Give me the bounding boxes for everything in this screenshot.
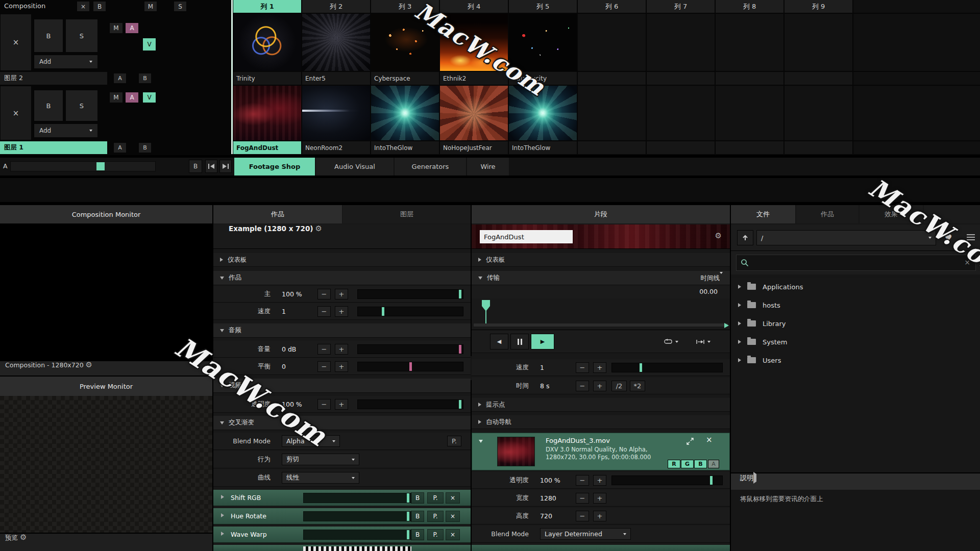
clip-thumbnail[interactable] xyxy=(371,86,439,140)
layer1-solo-button[interactable]: S xyxy=(65,90,98,121)
decrement-button[interactable]: − xyxy=(576,511,589,521)
layer2-add-dropdown[interactable]: Add xyxy=(34,55,98,69)
tab-effects[interactable]: 效果 xyxy=(860,205,923,223)
param-value[interactable]: 0 dB xyxy=(282,341,296,357)
tree-item-hosts[interactable]: hosts xyxy=(731,296,980,314)
clip-name-selected[interactable]: FogAndDust xyxy=(233,141,301,154)
decrement-button[interactable]: − xyxy=(317,361,331,372)
expand-button[interactable] xyxy=(687,438,694,446)
increment-button[interactable]: + xyxy=(593,362,606,373)
play-backwards-button[interactable]: ◀ xyxy=(490,334,508,349)
tab-footage-shop[interactable]: Footage Shop xyxy=(234,158,315,176)
tab-partial[interactable] xyxy=(924,205,980,223)
composition-master-button[interactable]: M xyxy=(144,1,157,12)
clip-name[interactable]: Enter5 xyxy=(302,72,370,85)
timeline-track[interactable] xyxy=(474,323,728,327)
playhead-handle[interactable] xyxy=(482,300,490,311)
tab-wire[interactable]: Wire xyxy=(467,158,509,176)
play-button[interactable]: ▶ xyxy=(531,334,554,349)
folder-up-button[interactable] xyxy=(737,230,753,245)
clip-name[interactable]: IntoTheGlow xyxy=(371,141,439,154)
param-slider[interactable] xyxy=(357,362,463,371)
layer2-audio-button[interactable]: A xyxy=(125,22,139,34)
param-slider[interactable] xyxy=(611,363,723,372)
skip-to-start-button[interactable] xyxy=(205,160,217,173)
tree-item-library[interactable]: Library xyxy=(731,314,980,333)
tree-item-users[interactable]: Users xyxy=(731,351,980,369)
layer1-crossfade-b-button[interactable]: B xyxy=(138,142,152,153)
empty-clip-slot[interactable] xyxy=(785,14,852,71)
channel-a-button[interactable]: A xyxy=(708,460,719,468)
channel-r-button[interactable]: R xyxy=(668,460,680,468)
column-header-8[interactable]: 列 8 xyxy=(716,0,783,13)
clip-dashboard-section[interactable]: 仪表板 xyxy=(472,253,730,267)
duration-half-button[interactable]: /2 xyxy=(611,381,627,391)
increment-button[interactable]: + xyxy=(335,289,348,299)
tab-clip[interactable]: 片段 xyxy=(472,205,730,223)
layer1-video-button[interactable]: V xyxy=(142,92,156,103)
layer2-crossfade-b-button[interactable]: B xyxy=(138,73,152,84)
layer2-close-button[interactable]: × xyxy=(0,14,32,71)
param-value[interactable]: 0 xyxy=(282,358,286,374)
path-dropdown[interactable]: / xyxy=(756,230,936,245)
increment-button[interactable]: + xyxy=(593,511,606,521)
empty-clip-name[interactable] xyxy=(578,141,646,154)
empty-clip-slot[interactable] xyxy=(647,86,715,140)
column-header-9[interactable]: 列 9 xyxy=(785,0,852,13)
tab-composition[interactable]: 作品 xyxy=(213,205,342,223)
decrement-button[interactable]: − xyxy=(576,362,589,373)
decrement-button[interactable]: − xyxy=(317,399,331,410)
effect-param-button[interactable]: P. xyxy=(427,529,444,540)
effect-bypass-button[interactable]: B xyxy=(411,492,424,504)
clip-position-value[interactable]: 00.00 xyxy=(699,288,718,295)
gear-icon[interactable]: ⚙ xyxy=(86,360,92,369)
empty-clip-slot[interactable] xyxy=(647,14,715,71)
curve-dropdown[interactable]: 线性 xyxy=(282,472,359,484)
column-header-2[interactable]: 列 2 xyxy=(302,0,370,13)
layer2-mask-button[interactable]: M xyxy=(109,22,123,34)
clip-thumbnail[interactable] xyxy=(509,86,577,140)
increment-button[interactable]: + xyxy=(335,399,348,410)
search-clear-button[interactable]: × xyxy=(964,258,970,266)
effect-row-shift-rgb[interactable]: Shift RGB B P. × xyxy=(213,490,471,506)
channel-g-button[interactable]: G xyxy=(681,460,694,468)
crossfade-section[interactable]: 交叉渐变 xyxy=(213,416,471,430)
loop-mode-dropdown[interactable] xyxy=(658,334,683,349)
param-value[interactable]: 1280 xyxy=(540,490,556,506)
effect-close-button[interactable]: × xyxy=(446,529,460,540)
increment-button[interactable]: + xyxy=(335,361,348,372)
gear-icon[interactable]: ⚙ xyxy=(20,533,27,542)
layer2-name[interactable]: 图层 2 xyxy=(0,72,107,85)
effect-close-button[interactable]: × xyxy=(446,511,460,522)
layer2-solo-button[interactable]: S xyxy=(65,19,98,53)
param-slider[interactable] xyxy=(357,289,463,299)
composition-dashboard-section[interactable]: 仪表板 xyxy=(213,253,471,267)
empty-clip-name[interactable] xyxy=(647,141,715,154)
empty-clip-slot[interactable] xyxy=(785,86,852,140)
param-value[interactable]: 1 xyxy=(540,359,544,375)
tab-audio-visual[interactable]: Audio Visual xyxy=(316,158,394,176)
duration-double-button[interactable]: *2 xyxy=(630,381,645,391)
crossfader-handle[interactable] xyxy=(96,162,105,170)
skip-to-end-button[interactable] xyxy=(219,160,232,173)
tree-item-system[interactable]: System xyxy=(731,333,980,351)
decrement-button[interactable]: − xyxy=(576,493,589,504)
layer1-crossfade-a-button[interactable]: A xyxy=(113,142,127,153)
effect-slider[interactable] xyxy=(303,493,411,503)
effect-slider[interactable] xyxy=(303,530,411,540)
decrement-button[interactable]: − xyxy=(576,381,589,391)
column-header-6[interactable]: 列 6 xyxy=(578,0,646,13)
empty-clip-slot[interactable] xyxy=(578,14,646,71)
layer1-bypass-button[interactable]: B xyxy=(34,90,63,121)
behavior-dropdown[interactable]: 剪切 xyxy=(282,454,359,465)
channel-b-button[interactable]: B xyxy=(694,460,707,468)
effect-row-hue-rotate[interactable]: Hue Rotate B P. × xyxy=(213,508,471,524)
effect-slider[interactable] xyxy=(303,511,411,521)
pause-button[interactable] xyxy=(510,334,529,349)
decrement-button[interactable]: − xyxy=(576,475,589,486)
param-p-button[interactable]: P. xyxy=(447,436,461,446)
column-header-7[interactable]: 列 7 xyxy=(647,0,715,13)
clip-name[interactable]: Trinity xyxy=(233,72,301,85)
param-slider[interactable] xyxy=(611,475,723,485)
layer1-audio-button[interactable]: A xyxy=(125,92,139,103)
